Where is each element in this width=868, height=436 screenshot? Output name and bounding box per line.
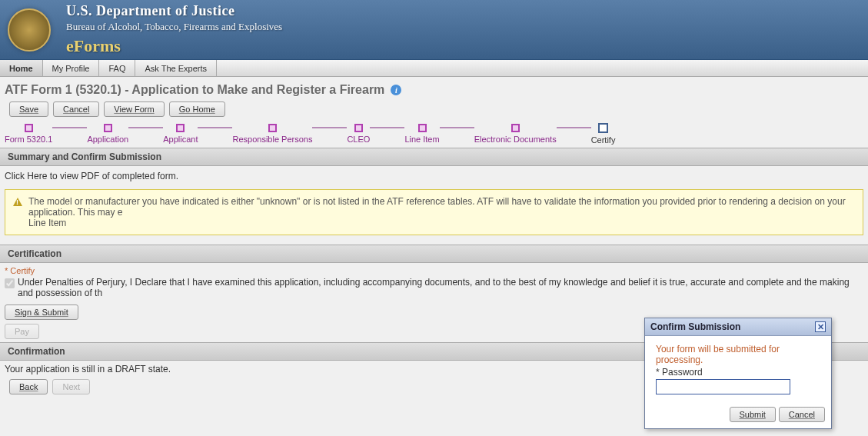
sign-submit-button[interactable]: Sign & Submit	[5, 305, 78, 320]
wizard-step-electronic-documents[interactable]: Electronic Documents	[474, 124, 557, 144]
certify-text: Under Penalties of Perjury, I Declare th…	[18, 277, 863, 298]
warning-text-line1: The model or manufacturer you have indic…	[28, 196, 846, 218]
wizard-step-applicant[interactable]: Applicant	[163, 124, 198, 144]
certification-section-head: Certification	[0, 245, 868, 263]
dialog-submit-button[interactable]: Submit	[730, 407, 776, 422]
tab-my-profile[interactable]: My Profile	[43, 60, 100, 76]
pay-button: Pay	[5, 324, 39, 339]
bureau-title: Bureau of Alcohol, Tobacco, Firearms and…	[66, 21, 282, 33]
dept-title: U.S. Department of Justice	[66, 3, 282, 19]
page-title: ATF Form 1 (5320.1) - Application to Mak…	[5, 83, 384, 97]
page-title-row: ATF Form 1 (5320.1) - Application to Mak…	[0, 77, 868, 100]
wizard-step-application[interactable]: Application	[87, 124, 128, 144]
summary-section-body: Click Here to view PDF of completed form…	[0, 166, 868, 245]
wizard-step-cleo[interactable]: CLEO	[347, 124, 370, 144]
go-home-button[interactable]: Go Home	[169, 102, 225, 117]
warning-icon	[13, 198, 22, 206]
dialog-close-button[interactable]: ✕	[815, 321, 826, 332]
back-button[interactable]: Back	[9, 379, 48, 394]
doj-seal-icon	[8, 8, 51, 52]
wizard-step-line-item[interactable]: Line Item	[404, 124, 439, 144]
wizard-step-certify: Certify	[591, 123, 616, 145]
dialog-message: Your form will be submitted for processi…	[656, 344, 820, 365]
dialog-cancel-button[interactable]: Cancel	[779, 407, 825, 422]
warning-text-line2: Line Item	[28, 218, 66, 228]
tab-ask-experts[interactable]: Ask The Experts	[135, 60, 217, 76]
header-text: U.S. Department of Justice Bureau of Alc…	[66, 3, 282, 56]
main-toolbar: Save Cancel View Form Go Home	[0, 100, 868, 123]
confirm-submission-dialog: Confirm Submission ✕ Your form will be s…	[644, 318, 832, 429]
dialog-password-input[interactable]	[656, 379, 790, 394]
next-button: Next	[52, 379, 90, 394]
dialog-titlebar: Confirm Submission ✕	[645, 318, 831, 336]
tab-faq[interactable]: FAQ	[99, 60, 135, 76]
wizard-step-responsible-persons[interactable]: Responsible Persons	[232, 124, 312, 144]
tab-home[interactable]: Home	[0, 60, 43, 76]
summary-section-head: Summary and Confirm Submission	[0, 148, 868, 166]
certify-field-label: * Certify	[5, 266, 863, 275]
cancel-button[interactable]: Cancel	[53, 102, 99, 117]
wizard-step-form[interactable]: Form 5320.1	[5, 124, 52, 144]
dialog-password-label: * Password	[656, 367, 820, 378]
certify-checkbox[interactable]	[5, 278, 15, 288]
main-tabs: Home My Profile FAQ Ask The Experts	[0, 60, 868, 77]
header-band: U.S. Department of Justice Bureau of Alc…	[0, 0, 868, 60]
wizard-steps: Form 5320.1 Application Applicant Respon…	[0, 123, 868, 148]
warning-box: The model or manufacturer you have indic…	[5, 189, 863, 235]
pdf-link[interactable]: Click Here to view PDF of completed form…	[5, 169, 863, 186]
dialog-title-text: Confirm Submission	[650, 321, 740, 332]
view-form-button[interactable]: View Form	[104, 102, 164, 117]
info-icon[interactable]: i	[391, 85, 401, 95]
save-button[interactable]: Save	[9, 102, 48, 117]
brand-title: eForms	[66, 36, 282, 56]
